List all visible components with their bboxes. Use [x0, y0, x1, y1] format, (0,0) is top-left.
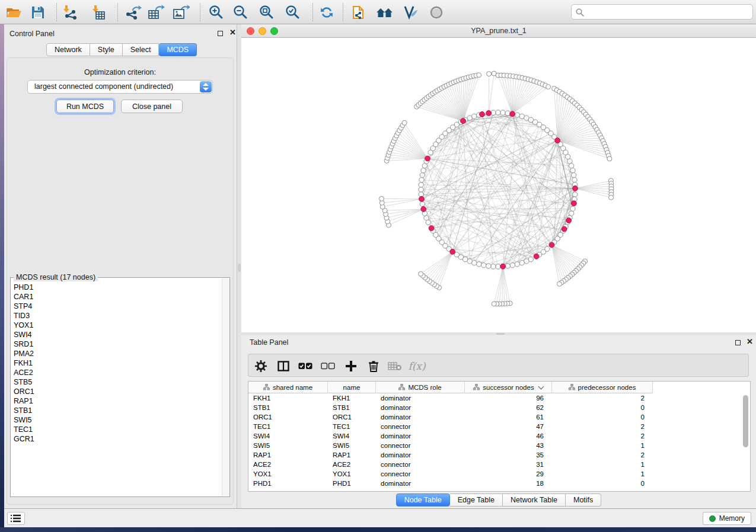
cell-name[interactable]: FKH1: [328, 393, 376, 403]
ring-node[interactable]: [505, 264, 510, 268]
export-network-icon[interactable]: [122, 2, 145, 22]
ring-node[interactable]: [486, 264, 491, 268]
edge[interactable]: [421, 252, 453, 274]
export-image-icon[interactable]: [170, 2, 192, 22]
cell-name[interactable]: TEC1: [328, 422, 376, 431]
result-scrollbar[interactable]: [222, 278, 229, 496]
table-row[interactable]: SWI4SWI4dominator462: [248, 431, 742, 441]
ring-node[interactable]: [496, 264, 500, 269]
mcds-result-item[interactable]: ACE2: [14, 368, 221, 377]
search-input[interactable]: [587, 5, 749, 18]
cell-role[interactable]: connector: [376, 469, 465, 479]
run-mcds-button[interactable]: Run MCDS: [56, 100, 114, 113]
table-row[interactable]: ORC1ORC1dominator610: [248, 412, 742, 422]
hub-node[interactable]: [429, 226, 434, 231]
ring-node[interactable]: [476, 262, 481, 267]
hub-node[interactable]: [419, 196, 425, 201]
ring-node[interactable]: [424, 216, 429, 220]
ring-node[interactable]: [421, 168, 426, 172]
cell-pred[interactable]: 2: [552, 450, 653, 460]
export-table-icon[interactable]: [145, 2, 167, 22]
float-window-icon[interactable]: [218, 31, 223, 36]
deselect-all-icon[interactable]: [321, 359, 335, 373]
cell-name[interactable]: SWI5: [328, 441, 376, 450]
cell-succ[interactable]: 29: [465, 469, 552, 479]
column-header-shared-name[interactable]: shared name: [248, 382, 328, 393]
table-scrollbar[interactable]: [742, 394, 749, 490]
ring-node[interactable]: [571, 172, 576, 177]
cell-role[interactable]: connector: [376, 441, 465, 450]
table-row[interactable]: YOX1YOX1connector291: [248, 469, 742, 479]
cell-pred[interactable]: 1: [552, 460, 653, 469]
ring-node[interactable]: [505, 111, 510, 116]
splitter-grip[interactable]: [496, 333, 505, 335]
hub-node[interactable]: [461, 118, 466, 124]
settings-gear-icon[interactable]: [254, 359, 268, 373]
edge[interactable]: [551, 245, 574, 273]
cell-name[interactable]: ACE2: [328, 460, 376, 469]
leaf-node[interactable]: [492, 302, 496, 306]
edge[interactable]: [489, 73, 494, 113]
cell-name[interactable]: RAP1: [328, 450, 376, 460]
cell-succ[interactable]: 18: [465, 479, 552, 488]
ring-node[interactable]: [491, 264, 496, 269]
table-row[interactable]: FKH1FKH1dominator962: [248, 393, 742, 403]
edge[interactable]: [382, 199, 422, 203]
mcds-result-item[interactable]: STP4: [14, 302, 221, 311]
ring-node[interactable]: [420, 201, 425, 206]
ring-node[interactable]: [524, 259, 529, 264]
hub-node[interactable]: [562, 226, 567, 232]
task-history-button[interactable]: [7, 512, 25, 525]
splitter-grip[interactable]: [238, 264, 241, 272]
ring-node[interactable]: [422, 164, 427, 168]
cell-role[interactable]: connector: [376, 460, 465, 469]
edge[interactable]: [428, 252, 453, 280]
edge[interactable]: [387, 159, 428, 161]
mcds-result-item[interactable]: PMA2: [14, 349, 221, 358]
cell-shared_name[interactable]: FKH1: [248, 393, 328, 403]
table-row[interactable]: STB1STB1dominator620: [248, 403, 742, 412]
hub-node[interactable]: [500, 264, 506, 269]
delete-table-icon[interactable]: [388, 359, 402, 373]
ring-node[interactable]: [472, 114, 477, 118]
ring-node[interactable]: [500, 110, 505, 115]
ring-node[interactable]: [573, 192, 578, 197]
edge[interactable]: [507, 76, 512, 114]
home-networks-icon[interactable]: [374, 2, 396, 22]
cell-pred[interactable]: 0: [552, 479, 653, 488]
cell-shared_name[interactable]: STB1: [248, 403, 328, 412]
network-canvas[interactable]: [241, 38, 756, 332]
close-panel-button[interactable]: Close panel: [121, 100, 183, 113]
cell-shared_name[interactable]: SWI5: [248, 441, 328, 450]
hub-node[interactable]: [486, 111, 492, 116]
hub-node[interactable]: [555, 138, 560, 143]
mcds-result-item[interactable]: YOX1: [14, 321, 221, 330]
ring-node[interactable]: [519, 260, 524, 265]
open-folder-icon[interactable]: [3, 2, 25, 22]
edge[interactable]: [421, 121, 463, 185]
hub-node[interactable]: [425, 156, 430, 161]
leaf-node[interactable]: [379, 196, 384, 201]
edge[interactable]: [425, 252, 452, 278]
tab-edge-table[interactable]: Edge Table: [450, 493, 503, 507]
leaf-node[interactable]: [607, 156, 612, 161]
mcds-result-item[interactable]: RAP1: [14, 396, 221, 406]
network-window-titlebar[interactable]: YPA_prune.txt_1: [241, 24, 756, 38]
close-panel-icon[interactable]: ✕: [229, 28, 236, 37]
leaf-node[interactable]: [477, 73, 481, 78]
hub-node[interactable]: [421, 207, 426, 212]
cell-name[interactable]: ORC1: [328, 412, 376, 422]
ring-node[interactable]: [570, 168, 575, 172]
edge[interactable]: [512, 80, 531, 114]
edge[interactable]: [575, 184, 611, 188]
edge[interactable]: [395, 138, 428, 158]
cell-shared_name[interactable]: ORC1: [248, 412, 328, 422]
ring-node[interactable]: [569, 164, 573, 168]
mcds-result-item[interactable]: SWI4: [14, 330, 221, 339]
column-header-MCDS-role[interactable]: MCDS role: [376, 382, 465, 393]
leaf-node[interactable]: [546, 85, 551, 89]
optimization-criterion-select[interactable]: largest connected component (undirected): [27, 80, 213, 94]
mcds-result-item[interactable]: GCR1: [14, 434, 221, 444]
cell-role[interactable]: dominator: [376, 450, 465, 460]
edge[interactable]: [388, 209, 424, 222]
